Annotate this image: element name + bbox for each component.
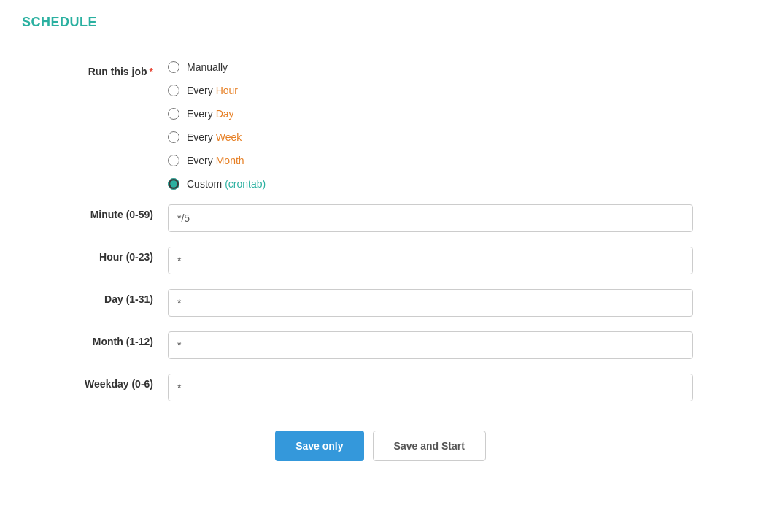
radio-label-every-week: Every Week xyxy=(187,131,242,143)
radio-every-hour[interactable]: Every Hour xyxy=(168,85,266,96)
radio-every-day[interactable]: Every Day xyxy=(168,108,266,120)
radio-input-every-day[interactable] xyxy=(168,108,179,120)
minute-label: Minute (0-59) xyxy=(22,204,168,220)
hour-input[interactable] xyxy=(168,247,693,274)
radio-every-week[interactable]: Every Week xyxy=(168,131,266,143)
radio-custom[interactable]: Custom (crontab) xyxy=(168,178,266,190)
month-row: Month (1-12) xyxy=(22,331,739,359)
radio-input-every-week[interactable] xyxy=(168,131,179,143)
radio-label-manually: Manually xyxy=(187,61,228,73)
buttons-row: Save only Save and Start xyxy=(22,431,739,461)
radio-manually[interactable]: Manually xyxy=(168,61,266,73)
required-star: * xyxy=(150,66,153,77)
radio-input-manually[interactable] xyxy=(168,61,179,73)
radio-every-month[interactable]: Every Month xyxy=(168,155,266,166)
radio-input-custom[interactable] xyxy=(168,178,179,190)
radio-label-every-month: Every Month xyxy=(187,155,244,166)
hour-label: Hour (0-23) xyxy=(22,247,168,263)
radio-label-every-day: Every Day xyxy=(187,108,234,120)
weekday-label: Weekday (0-6) xyxy=(22,374,168,390)
hour-row: Hour (0-23) xyxy=(22,247,739,274)
run-job-label: Run this job* xyxy=(22,61,168,77)
month-input[interactable] xyxy=(168,331,693,359)
minute-input[interactable] xyxy=(168,204,693,232)
radio-input-every-month[interactable] xyxy=(168,155,179,166)
month-label: Month (1-12) xyxy=(22,331,168,347)
weekday-row: Weekday (0-6) xyxy=(22,374,739,401)
run-job-row: Run this job* Manually Every Hour Every … xyxy=(22,61,739,190)
day-row: Day (1-31) xyxy=(22,289,739,317)
weekday-input[interactable] xyxy=(168,374,693,401)
day-label: Day (1-31) xyxy=(22,289,168,305)
section-title: SCHEDULE xyxy=(22,15,739,39)
radio-label-custom: Custom (crontab) xyxy=(187,178,266,190)
page-container: SCHEDULE Run this job* Manually Every Ho… xyxy=(0,0,761,532)
radio-group: Manually Every Hour Every Day Every Week xyxy=(168,61,266,190)
day-input[interactable] xyxy=(168,289,693,317)
save-only-button[interactable]: Save only xyxy=(275,431,363,461)
save-and-start-button[interactable]: Save and Start xyxy=(373,431,486,461)
radio-input-every-hour[interactable] xyxy=(168,85,179,96)
minute-row: Minute (0-59) xyxy=(22,204,739,232)
radio-label-every-hour: Every Hour xyxy=(187,85,238,96)
